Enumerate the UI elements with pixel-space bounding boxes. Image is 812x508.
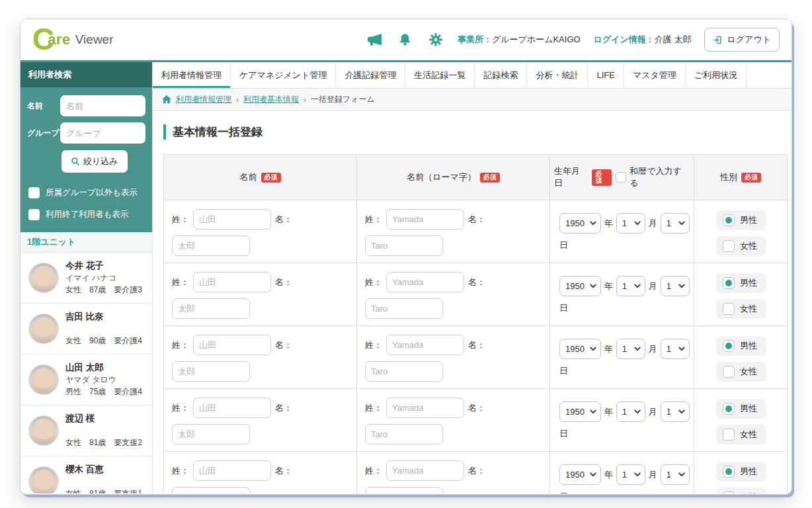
user-avatar [28, 415, 59, 446]
male-radio-option[interactable]: 男性 [716, 210, 766, 230]
user-details: 女性 90歳 要介護4 [65, 335, 142, 347]
year-select[interactable]: 1950 [559, 276, 601, 296]
day-unit-label: 日 [559, 302, 690, 314]
day-select[interactable]: 1 [661, 464, 690, 485]
radio-unchecked-icon [723, 240, 735, 252]
year-select[interactable]: 1950 [559, 339, 601, 359]
month-select[interactable]: 1 [616, 213, 645, 233]
sei-roman-label: 姓： [365, 214, 382, 226]
app-logo[interactable]: C are Viewer [32, 26, 114, 53]
radio-unchecked-icon [723, 491, 735, 493]
logout-button[interactable]: ログアウト [704, 28, 780, 52]
female-radio-option[interactable]: 女性 [716, 236, 766, 256]
radio-unchecked-icon [723, 429, 735, 441]
megaphone-icon[interactable] [366, 31, 384, 48]
radio-unchecked-icon [723, 366, 735, 378]
name-search-input[interactable] [60, 95, 145, 116]
mei-input[interactable] [172, 235, 250, 256]
month-unit-label: 月 [649, 406, 657, 418]
gear-icon[interactable] [427, 31, 444, 48]
login-info: ログイン情報：介護 太郎 [594, 34, 692, 46]
nav-tab[interactable]: 記録検索 [475, 62, 527, 88]
female-radio-option[interactable]: 女性 [716, 362, 766, 382]
sei-input[interactable] [193, 398, 271, 418]
logo-viewer: Viewer [75, 32, 114, 47]
year-select[interactable]: 1950 [559, 213, 601, 233]
female-label: 女性 [740, 429, 757, 441]
mei-input[interactable] [172, 298, 250, 319]
nav-tab[interactable]: 利用者情報管理 [153, 62, 231, 88]
chevron-down-icon [634, 347, 641, 351]
group-search-input[interactable] [60, 122, 145, 144]
day-select[interactable]: 1 [661, 339, 690, 359]
sei-roman-input[interactable] [386, 460, 464, 481]
mei-roman-input[interactable] [365, 487, 443, 493]
day-value: 1 [667, 281, 671, 291]
show-ended-users-checkbox[interactable]: 利用終了利用者も表示 [28, 209, 144, 220]
user-kana: イマイ ハナコ [65, 273, 142, 284]
mei-roman-input[interactable] [365, 424, 443, 444]
day-select[interactable]: 1 [661, 213, 690, 233]
chevron-down-icon [678, 347, 685, 351]
filter-button[interactable]: 絞り込み [61, 150, 128, 173]
month-select[interactable]: 1 [616, 339, 645, 359]
male-radio-option[interactable]: 男性 [716, 399, 766, 419]
nav-tab[interactable]: 分析・統計 [527, 62, 588, 88]
male-radio-option[interactable]: 男性 [716, 273, 766, 293]
sei-roman-input[interactable] [386, 209, 464, 230]
wareki-checkbox[interactable]: 和暦で入力する [616, 165, 690, 189]
registration-row: 姓： 名： 姓： [164, 326, 787, 389]
female-radio-option[interactable]: 女性 [716, 487, 766, 493]
chevron-down-icon [678, 284, 685, 288]
mei-roman-input[interactable] [365, 235, 443, 256]
year-select[interactable]: 1950 [559, 402, 601, 422]
user-list-item[interactable]: 今井 花子 イマイ ハナコ 女性 87歳 要介護3 [20, 253, 152, 304]
day-value: 1 [667, 470, 671, 480]
show-other-groups-checkbox[interactable]: 所属グループ以外も表示 [28, 187, 144, 198]
day-select[interactable]: 1 [661, 402, 690, 422]
mei-input[interactable] [172, 487, 250, 493]
month-select[interactable]: 1 [616, 464, 645, 485]
male-radio-option[interactable]: 男性 [716, 336, 766, 356]
female-radio-option[interactable]: 女性 [716, 299, 766, 319]
registration-row: 姓： 名： 姓： [164, 263, 787, 326]
mei-label: 名： [275, 214, 292, 226]
sei-roman-input[interactable] [386, 398, 464, 418]
female-radio-option[interactable]: 女性 [716, 425, 766, 444]
year-select[interactable]: 1950 [559, 464, 601, 485]
bell-icon[interactable] [397, 31, 414, 48]
chevron-down-icon [678, 472, 685, 477]
sei-input[interactable] [193, 272, 271, 292]
sei-label: 姓： [172, 276, 189, 288]
month-select[interactable]: 1 [616, 276, 645, 296]
sei-input[interactable] [193, 335, 271, 355]
nav-tab[interactable]: マスタ管理 [624, 62, 686, 88]
sei-input[interactable] [193, 209, 271, 230]
nav-tab[interactable]: 生活記録一覧 [405, 62, 475, 88]
user-list-item[interactable]: 櫻木 百恵 女性 81歳 要支援1 [20, 456, 152, 493]
day-select[interactable]: 1 [661, 276, 690, 296]
mei-input[interactable] [172, 424, 250, 444]
user-list-item[interactable]: 渡辺 桜 女性 81歳 要支援2 [20, 405, 152, 456]
user-list-item[interactable]: 吉田 比奈 女性 90歳 要介護4 [20, 304, 152, 355]
nav-tab[interactable]: ケアマネジメント管理 [231, 62, 336, 88]
mei-roman-input[interactable] [365, 298, 443, 319]
mei-roman-input[interactable] [365, 361, 443, 382]
male-radio-option[interactable]: 男性 [716, 462, 766, 482]
nav-tab[interactable]: LIFE [588, 62, 624, 88]
breadcrumb-link-1[interactable]: 利用者情報管理 [176, 94, 231, 105]
col-name-roman-label: 名前（ローマ字） [407, 171, 476, 183]
month-select[interactable]: 1 [616, 402, 645, 422]
user-list-item[interactable]: 山田 太郎 ヤマダ タロウ 男性 75歳 要介護4 [20, 355, 152, 405]
sei-roman-input[interactable] [386, 335, 464, 355]
breadcrumb-link-2[interactable]: 利用者基本情報 [243, 94, 299, 105]
mei-input[interactable] [172, 361, 250, 382]
col-birthdate-label: 生年月日 [554, 165, 588, 189]
required-badge: 必須 [480, 173, 500, 183]
sei-input[interactable] [193, 460, 271, 481]
registration-row: 姓： 名： 姓： [164, 389, 787, 452]
nav-tab[interactable]: 介護記録管理 [336, 62, 405, 88]
home-icon[interactable] [162, 95, 171, 104]
sei-roman-input[interactable] [386, 272, 464, 292]
nav-tab[interactable]: ご利用状況 [686, 62, 747, 88]
